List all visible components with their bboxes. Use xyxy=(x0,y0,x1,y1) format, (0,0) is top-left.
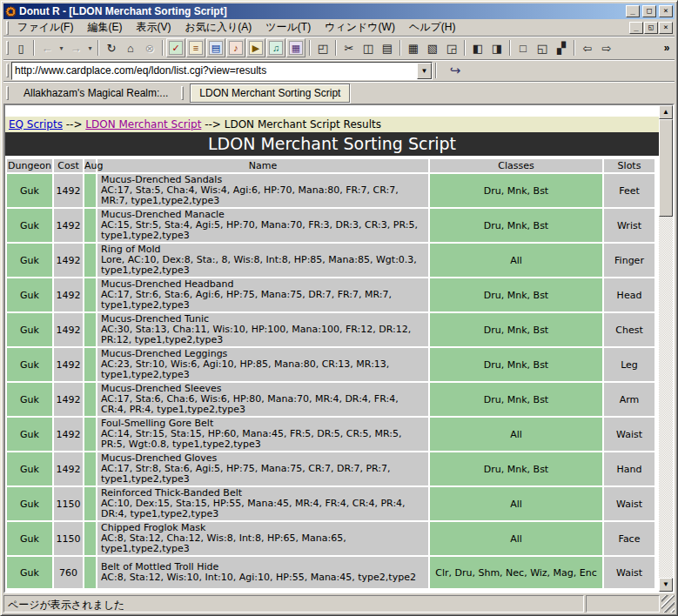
images-icon: ✓ xyxy=(169,41,183,55)
tab-grip[interactable] xyxy=(6,86,9,100)
tab-grip-2[interactable] xyxy=(181,86,184,100)
new-window-button[interactable]: ◰ xyxy=(313,38,332,57)
scroll-thumb[interactable] xyxy=(659,119,673,217)
forward-button[interactable]: → xyxy=(66,38,85,57)
tab-ldon-merchant[interactable]: LDON Merchant Sorting Script xyxy=(190,84,350,103)
back-button[interactable]: ← xyxy=(37,38,57,57)
home-icon: ⌂ xyxy=(127,42,134,55)
cell-aug xyxy=(84,522,96,555)
stop-button[interactable]: ⊗ xyxy=(140,38,159,57)
cell-cost: 1492 xyxy=(54,313,83,346)
toolbar-buttons: ▯←▾→▾↻⌂⊗✓≡▤♪▶♫▦◰✂◫▤▦▧◲◧◨□◱▞⇦⇨ xyxy=(11,38,616,57)
cell-slot: Waist xyxy=(604,487,655,520)
breadcrumb-link-eq-scripts[interactable]: EQ Scripts xyxy=(9,118,63,131)
address-bar: ▼ ↪ xyxy=(3,60,675,82)
animation-toggle[interactable]: ▶ xyxy=(246,38,265,57)
video-toggle[interactable]: ▦ xyxy=(286,38,305,57)
scroll-down-button[interactable]: ▼ xyxy=(659,578,673,592)
table-row: Guk 1492 Mucus-Drenched Leggings AC:23, … xyxy=(7,348,655,381)
prev-window-button[interactable]: ⇦ xyxy=(578,38,597,57)
maximize-window-button[interactable]: □ xyxy=(514,38,533,57)
print-button[interactable]: ▦ xyxy=(404,38,423,57)
music-icon: ♫ xyxy=(269,41,283,55)
close-button[interactable]: × xyxy=(659,5,673,17)
music-toggle[interactable]: ♫ xyxy=(266,38,285,57)
delete-document-button[interactable]: ◨ xyxy=(487,38,507,57)
refresh-button[interactable]: ↻ xyxy=(102,38,121,57)
next-window-icon: ⇨ xyxy=(602,42,612,55)
delete-document-icon: ◨ xyxy=(492,42,502,55)
item-stats: AC:8, Sta:12, Wis:10, Int:10, Agi:10, HP… xyxy=(101,572,425,583)
resize-grip[interactable] xyxy=(661,595,675,613)
next-window-button[interactable]: ⇨ xyxy=(597,38,616,57)
maximize-button[interactable]: □ xyxy=(642,5,656,17)
new-document-button[interactable]: ▯ xyxy=(11,38,30,57)
cell-name: Mucus-Drenched Sandals AC:17, Sta:5, Cha… xyxy=(97,174,428,207)
menu-item-0[interactable]: ファイル(F) xyxy=(11,18,79,37)
mdi-close-button[interactable]: × xyxy=(659,22,673,34)
table-row: Guk 1492 Mucus-Drenched Headband AC:17, … xyxy=(7,278,655,311)
menu-item-4[interactable]: ツール(T) xyxy=(259,18,317,37)
cell-classes: All xyxy=(430,418,602,451)
menu-item-6[interactable]: ヘルプ(H) xyxy=(403,18,462,37)
cell-slot: Face xyxy=(604,522,655,555)
breadcrumb-link-merchant-script[interactable]: LDON Merchant Script xyxy=(85,118,201,131)
menu-item-2[interactable]: 表示(V) xyxy=(130,18,177,37)
cell-name: Mucus-Drenched Gloves AC:17, Str:8, Sta:… xyxy=(97,452,428,485)
menu-item-5[interactable]: ウィンドウ(W) xyxy=(319,18,401,37)
cell-classes: Dru, Mnk, Bst xyxy=(430,348,602,381)
cut-button[interactable]: ✂ xyxy=(339,38,359,57)
status-text: ページが表示されました xyxy=(3,595,584,613)
breadcrumb-separator: --> xyxy=(66,118,83,131)
cell-dungeon: Guk xyxy=(7,244,52,277)
cut-icon: ✂ xyxy=(345,42,354,55)
scroll-track[interactable] xyxy=(659,119,673,578)
cell-aug xyxy=(84,348,96,381)
tab-allakhazam[interactable]: Allakhazam's Magical Realm:... xyxy=(15,84,177,102)
images-toggle[interactable]: ✓ xyxy=(166,38,185,57)
menu-item-1[interactable]: 編集(E) xyxy=(81,18,128,37)
menu-item-3[interactable]: お気に入り(A) xyxy=(178,18,258,37)
address-dropdown-arrow[interactable]: ▼ xyxy=(417,63,432,79)
text-toggle[interactable]: ▤ xyxy=(206,38,225,57)
paste-special-button[interactable]: ▧ xyxy=(423,38,442,57)
mdi-restore-button[interactable]: ◱ xyxy=(644,22,658,34)
home-button[interactable]: ⌂ xyxy=(121,38,140,57)
toolbar-separator xyxy=(162,40,164,56)
menu-grip[interactable] xyxy=(6,21,9,35)
forward-dropdown[interactable]: ▾ xyxy=(85,38,95,57)
go-button[interactable]: ↪ xyxy=(445,61,466,80)
back-dropdown[interactable]: ▾ xyxy=(57,38,66,57)
mdi-minimize-button[interactable]: _ xyxy=(629,22,643,34)
toolbar-separator xyxy=(574,40,575,56)
paste-button[interactable]: ▤ xyxy=(378,38,397,57)
items-table: Dungeon Cost Aug Name Classes Slots Guk … xyxy=(5,157,656,590)
cell-dungeon: Guk xyxy=(7,383,52,416)
cell-cost: 1492 xyxy=(54,244,83,277)
toolbar-grip[interactable] xyxy=(6,41,9,55)
cascade-windows-button[interactable]: ◱ xyxy=(533,38,552,57)
donut-app-icon xyxy=(5,6,17,17)
cell-dungeon: Guk xyxy=(7,452,52,485)
item-stats: AC:15, Str:5, Sta:4, Agi:5, HP:70, Mana:… xyxy=(101,220,425,241)
capture-button[interactable]: ◲ xyxy=(442,38,461,57)
item-stats: Lore, AC:10, Dex:8, Sta:, 8, Wis:8, Int:… xyxy=(101,255,425,276)
text-icon: ▤ xyxy=(209,41,223,55)
address-input[interactable] xyxy=(12,63,417,79)
cell-classes: Dru, Mnk, Bst xyxy=(430,452,602,485)
tile-windows-button[interactable]: ▞ xyxy=(552,38,571,57)
browser-viewport: EQ Scripts --> LDON Merchant Script --> … xyxy=(3,104,675,593)
insert-document-button[interactable]: ◧ xyxy=(468,38,487,57)
copy-button[interactable]: ◫ xyxy=(359,38,378,57)
sound-toggle[interactable]: ♪ xyxy=(226,38,245,57)
table-row: Guk 1492 Mucus-Drenched Tunic AC:30, Sta… xyxy=(7,313,655,346)
table-row: Guk 1150 Chipped Froglok Mask AC:8, Sta:… xyxy=(7,522,655,555)
script-toggle[interactable]: ≡ xyxy=(186,38,205,57)
new-window-icon: ◰ xyxy=(318,42,328,55)
toolbar-overflow-chevron[interactable]: » xyxy=(661,42,673,54)
minimize-button[interactable]: _ xyxy=(626,5,640,17)
scroll-up-button[interactable]: ▲ xyxy=(659,105,673,119)
cell-classes: Clr, Dru, Shm, Nec, Wiz, Mag, Enc xyxy=(430,557,602,588)
address-grip[interactable] xyxy=(6,64,9,77)
item-stats: AC:14, Str:15, Sta:15, HP:60, Mana:45, F… xyxy=(101,429,425,450)
